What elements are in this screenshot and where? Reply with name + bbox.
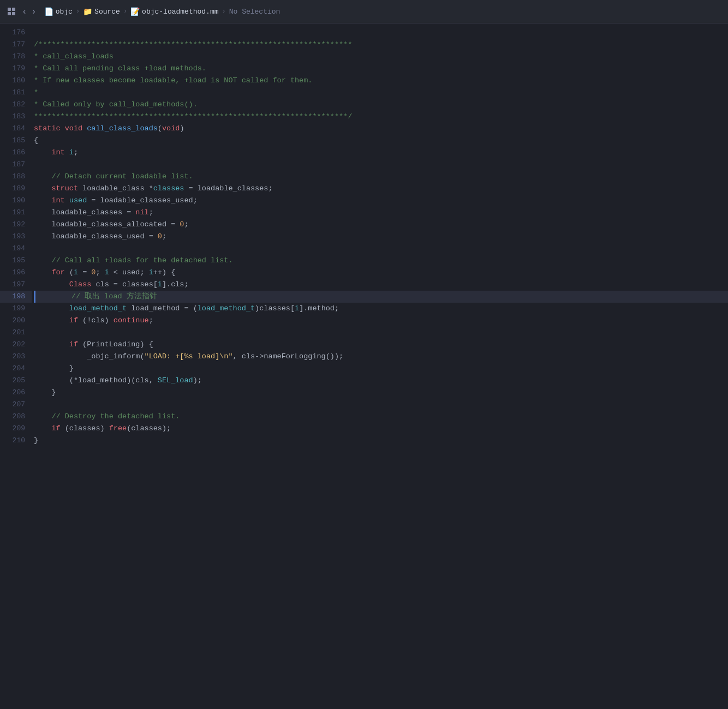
breadcrumb-objc-label: objc bbox=[56, 8, 73, 16]
forward-button[interactable]: › bbox=[30, 6, 37, 17]
svg-rect-3 bbox=[12, 12, 15, 15]
file-icon: 📄 bbox=[44, 7, 53, 16]
grid-icon[interactable] bbox=[7, 7, 16, 16]
breadcrumb-sep-2: › bbox=[123, 8, 127, 15]
code-content[interactable]: /***************************************… bbox=[32, 23, 728, 709]
ln-181: 181 bbox=[0, 87, 32, 99]
code-line-194 bbox=[34, 243, 728, 255]
code-line-207 bbox=[34, 399, 728, 411]
code-line-197: Class cls = classes[i].cls; bbox=[34, 279, 728, 291]
code-line-182: * Called only by call_load_methods(). bbox=[34, 99, 728, 111]
ln-193: 193 bbox=[0, 231, 32, 243]
ln-199: 199 bbox=[0, 303, 32, 315]
ln-192: 192 bbox=[0, 219, 32, 231]
ln-205: 205 bbox=[0, 375, 32, 387]
code-line-181: * bbox=[34, 87, 728, 99]
code-line-200: if (!cls) continue; bbox=[34, 315, 728, 327]
toolbar: ‹ › 📄 objc › 📁 Source › 📝 objc-loadmetho… bbox=[0, 0, 728, 23]
ln-207: 207 bbox=[0, 399, 32, 411]
ln-183: 183 bbox=[0, 111, 32, 123]
ln-188: 188 bbox=[0, 171, 32, 183]
svg-rect-2 bbox=[8, 12, 11, 15]
code-line-209: if (classes) free(classes); bbox=[34, 423, 728, 435]
code-line-205: (*load_method)(cls, SEL_load); bbox=[34, 375, 728, 387]
ln-200: 200 bbox=[0, 315, 32, 327]
code-line-203: _objc_inform("LOAD: +[%s load]\n", cls->… bbox=[34, 351, 728, 363]
ln-176: 176 bbox=[0, 27, 32, 39]
ln-187: 187 bbox=[0, 159, 32, 171]
code-line-195: // Call all +loads for the detached list… bbox=[34, 255, 728, 267]
code-line-186: int i; bbox=[34, 147, 728, 159]
code-line-193: loadable_classes_used = 0; bbox=[34, 231, 728, 243]
code-line-204: } bbox=[34, 363, 728, 375]
ln-203: 203 bbox=[0, 351, 32, 363]
code-line-187 bbox=[34, 159, 728, 171]
code-line-198: // 取出 load 方法指针 bbox=[34, 291, 728, 303]
ln-184: 184 bbox=[0, 123, 32, 135]
ln-185: 185 bbox=[0, 135, 32, 147]
code-line-199: load_method_t load_method = (load_method… bbox=[34, 303, 728, 315]
code-line-188: // Detach current loadable list. bbox=[34, 171, 728, 183]
code-line-196: for (i = 0; i < used; i++) { bbox=[34, 267, 728, 279]
mm-file-icon: 📝 bbox=[130, 7, 140, 16]
code-line-179: * Call all pending class +load methods. bbox=[34, 63, 728, 75]
breadcrumb-no-selection: No Selection bbox=[229, 8, 281, 16]
breadcrumb-source-label: Source bbox=[94, 8, 120, 16]
code-line-210: } bbox=[34, 435, 728, 447]
ln-178: 178 bbox=[0, 51, 32, 63]
code-line-180: * If new classes become loadable, +load … bbox=[34, 75, 728, 87]
ln-182: 182 bbox=[0, 99, 32, 111]
code-line-202: if (PrintLoading) { bbox=[34, 339, 728, 351]
ln-191: 191 bbox=[0, 207, 32, 219]
ln-204: 204 bbox=[0, 363, 32, 375]
ln-208: 208 bbox=[0, 411, 32, 423]
breadcrumb: 📄 objc › 📁 Source › 📝 objc-loadmethod.mm… bbox=[44, 7, 281, 16]
code-line-184: static void call_class_loads(void) bbox=[34, 123, 728, 135]
ln-210: 210 bbox=[0, 435, 32, 447]
ln-209: 209 bbox=[0, 423, 32, 435]
ln-202: 202 bbox=[0, 339, 32, 351]
code-line-189: struct loadable_class *classes = loadabl… bbox=[34, 183, 728, 195]
code-line-177: /***************************************… bbox=[34, 39, 728, 51]
code-line-176 bbox=[34, 27, 728, 39]
back-button[interactable]: ‹ bbox=[21, 6, 28, 17]
ln-186: 186 bbox=[0, 147, 32, 159]
ln-198: 198 bbox=[0, 291, 32, 303]
svg-rect-1 bbox=[12, 8, 15, 11]
ln-180: 180 bbox=[0, 75, 32, 87]
svg-rect-0 bbox=[8, 8, 11, 11]
breadcrumb-filename-label: objc-loadmethod.mm bbox=[142, 8, 218, 16]
code-line-206: } bbox=[34, 387, 728, 399]
nav-buttons: ‹ › bbox=[21, 6, 38, 17]
ln-179: 179 bbox=[0, 63, 32, 75]
ln-206: 206 bbox=[0, 387, 32, 399]
breadcrumb-objc[interactable]: 📄 objc bbox=[44, 7, 73, 16]
breadcrumb-sep-3: › bbox=[222, 8, 226, 15]
ln-177: 177 bbox=[0, 39, 32, 51]
ln-196: 196 bbox=[0, 267, 32, 279]
ln-189: 189 bbox=[0, 183, 32, 195]
code-line-183: ****************************************… bbox=[34, 111, 728, 123]
ln-194: 194 bbox=[0, 243, 32, 255]
breadcrumb-filename[interactable]: 📝 objc-loadmethod.mm bbox=[130, 7, 218, 16]
ln-190: 190 bbox=[0, 195, 32, 207]
breadcrumb-source[interactable]: 📁 Source bbox=[83, 7, 120, 16]
ln-201: 201 bbox=[0, 327, 32, 339]
code-line-201 bbox=[34, 327, 728, 339]
code-line-185: { bbox=[34, 135, 728, 147]
ln-195: 195 bbox=[0, 255, 32, 267]
code-line-192: loadable_classes_allocated = 0; bbox=[34, 219, 728, 231]
breadcrumb-sep-1: › bbox=[76, 8, 80, 15]
code-line-190: int used = loadable_classes_used; bbox=[34, 195, 728, 207]
code-line-208: // Destroy the detached list. bbox=[34, 411, 728, 423]
folder-icon: 📁 bbox=[83, 7, 92, 16]
code-line-191: loadable_classes = nil; bbox=[34, 207, 728, 219]
code-editor: 176 177 178 179 180 181 182 183 184 185 … bbox=[0, 23, 728, 709]
code-line-178: * call_class_loads bbox=[34, 51, 728, 63]
ln-197: 197 bbox=[0, 279, 32, 291]
line-numbers: 176 177 178 179 180 181 182 183 184 185 … bbox=[0, 23, 32, 709]
